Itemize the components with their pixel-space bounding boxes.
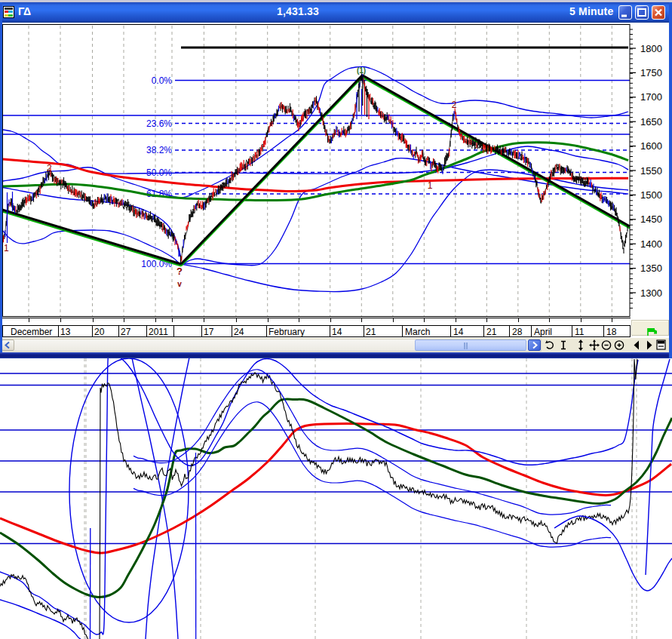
svg-text:1650: 1650 <box>640 116 662 127</box>
svg-text:?: ? <box>176 266 183 277</box>
svg-text:23.6%: 23.6% <box>146 118 172 129</box>
svg-text:v: v <box>177 280 182 288</box>
svg-text:1550: 1550 <box>640 165 662 177</box>
svg-text:1400: 1400 <box>640 238 662 250</box>
svg-text:0.0%: 0.0% <box>152 75 173 86</box>
svg-text:1500: 1500 <box>640 189 662 201</box>
svg-text:1600: 1600 <box>640 140 662 152</box>
svg-text:2: 2 <box>452 100 457 110</box>
svg-text:1700: 1700 <box>640 91 662 103</box>
svg-text:1800: 1800 <box>640 43 662 54</box>
svg-text:1450: 1450 <box>640 214 662 225</box>
svg-text:1750: 1750 <box>640 67 662 78</box>
svg-text:38.2%: 38.2% <box>146 145 172 155</box>
svg-text:50.0%: 50.0% <box>146 167 172 178</box>
svg-text:1: 1 <box>4 243 9 253</box>
svg-text:(1): (1) <box>357 66 366 75</box>
svg-text:2: 2 <box>47 163 52 174</box>
svg-text:1350: 1350 <box>640 263 662 274</box>
svg-text:1: 1 <box>428 180 433 191</box>
svg-text:1300: 1300 <box>640 287 662 299</box>
